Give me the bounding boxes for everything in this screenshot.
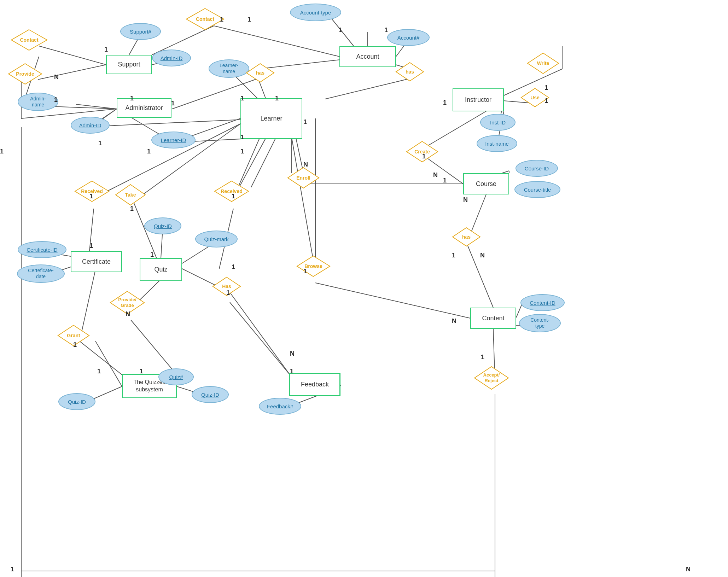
card-43: 1 [11,566,14,573]
card-22: 1 [232,263,235,271]
entity-content: Content [470,308,516,329]
card-10: 1 [240,95,244,102]
card-29: 1 [452,252,455,259]
card-5: 1 [104,46,108,53]
card-44: 1 [544,84,548,92]
attr-admin-id-bot: Admin-ID [71,117,110,134]
svg-line-22 [92,118,266,127]
entity-administrator: Administrator [117,98,171,118]
card-24: N [433,171,438,179]
attr-inst-id: Inst-ID [480,114,516,131]
card-8: 1 [130,95,134,102]
diamond-enroll: Enroll [287,167,320,189]
diamond-has-top: has [246,63,275,83]
card-31: 1 [303,118,307,126]
attr-course-id: Course-ID [516,160,558,177]
diamond-has-course: has [452,227,481,247]
svg-line-15 [38,65,106,80]
card-6: N [54,74,59,81]
svg-line-77 [292,138,315,272]
svg-line-56 [131,320,177,375]
card-38: 1 [140,368,143,375]
card-16: 1 [0,148,4,155]
svg-line-64 [516,305,522,317]
attr-certificate-date: Certeficate-date [17,264,65,283]
card-28: 1 [443,177,447,184]
diamond-browse: Browse [296,255,331,278]
attr-support-hash: Support# [120,23,161,40]
entity-quiz: Quiz [140,258,182,281]
svg-line-78 [251,138,276,187]
card-23: N [303,161,308,168]
svg-line-13 [39,46,106,65]
card-20: 1 [150,251,154,258]
card-11: 1 [275,95,279,102]
diamond-write: Write [527,52,559,74]
entity-learner: Learner [240,98,302,139]
svg-line-58 [230,292,290,375]
attr-feedback-hash: Feedback# [259,398,301,415]
card-4: 1 [247,16,251,23]
entity-feedback: Feedback [289,373,340,396]
card-18: 1 [89,242,93,250]
card-37: N [126,310,130,318]
svg-line-4 [214,26,339,57]
attr-course-title: Course-title [514,181,560,198]
svg-line-62 [315,283,470,318]
card-15: 1 [240,134,244,141]
card-40: 1 [97,368,101,375]
entity-support: Support [106,55,152,74]
card-30: N [480,252,485,259]
svg-line-51 [95,341,122,386]
card-39: 1 [73,341,77,349]
entity-account: Account [339,46,396,67]
attr-quiz-hash: Quiz# [158,368,194,385]
attr-certificate-id: Certificate-ID [18,241,66,258]
card-9: 1 [171,100,175,107]
card-27: 1 [443,99,447,106]
attr-account-type: Account-type [290,4,341,21]
card-25: N [463,196,468,204]
diamond-provide: Provide [8,63,42,85]
card-35: N [290,350,295,357]
diamond-contact-left: Contact [11,29,48,51]
attr-admin-id-top: Admin-ID [152,49,191,66]
diamond-accept-reject: Accept/Reject [474,366,509,390]
card-14: 1 [240,148,244,155]
attr-learner-name: Learner-name [209,59,249,78]
entity-certificate: Certificate [71,251,122,272]
attr-content-type: Content-type [519,314,561,332]
card-33: N [452,317,456,325]
attr-quiz-id-bot: Quiz-ID [192,386,229,403]
attr-inst-name: Inst-name [477,135,517,152]
card-45: 1 [544,97,548,105]
entity-course: Course [463,173,509,194]
diamond-take: Take [115,184,146,206]
card-41: 1 [481,354,484,361]
diamond-has-right: has [395,62,424,82]
card-1: 1 [220,16,223,23]
card-3: 1 [384,27,388,34]
card-36: 1 [290,368,293,375]
svg-line-68 [230,302,290,375]
card-42: N [686,566,691,573]
attr-account-hash: Account# [387,29,430,46]
diagram-lines [0,0,728,577]
diamond-contact-top: Contact [186,8,225,31]
card-34: 1 [226,289,230,297]
attr-learner-id: Learner-ID [151,132,196,148]
card-2: 1 [338,27,342,34]
entity-instructor: Instructor [453,88,504,111]
attr-content-id: Content-ID [520,294,565,311]
attr-admin-name: Admin-name [18,93,58,111]
svg-line-18 [76,104,117,109]
card-7: 1 [54,96,58,104]
attr-quiz-id-sub: Quiz-ID [58,393,95,410]
attr-quiz-id-top: Quiz-ID [144,217,181,234]
card-19: 1 [130,205,134,212]
card-12: 1 [98,140,102,147]
attr-quiz-mark: Quiz-mark [195,231,238,247]
card-13: 1 [147,148,151,155]
